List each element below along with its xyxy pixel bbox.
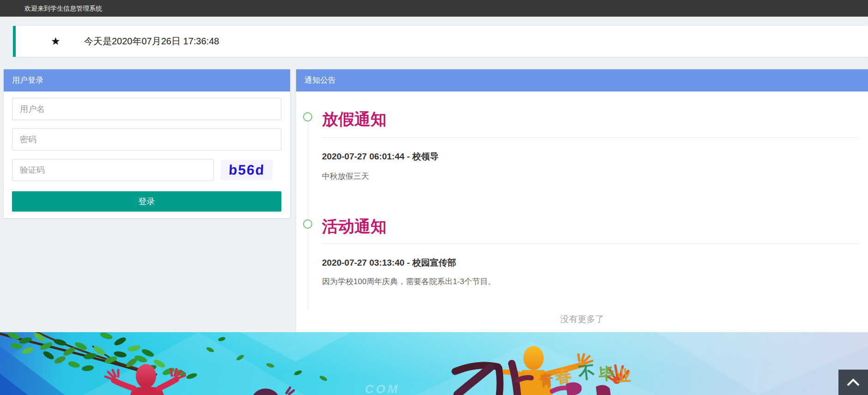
banner-art — [0, 332, 868, 395]
top-navbar: 欢迎来到学生信息管理系统 — [0, 0, 868, 17]
notice-panel: 通知公告 放假通知 2020-07-27 06:01:44 - 校领导 中秋放假… — [296, 69, 868, 332]
notice-title[interactable]: 活动通知 — [322, 216, 387, 237]
star-icon: ★ — [51, 26, 61, 57]
notice-content: 中秋放假三天 — [322, 171, 369, 182]
captcha-image[interactable]: b56d — [220, 160, 273, 180]
banner-slogan-char: 春 — [554, 364, 573, 389]
banner-slogan-char: 业 — [616, 365, 631, 387]
login-panel: 用户登录 b56d 登录 — [4, 69, 290, 218]
notice-meta: 2020-07-27 03:13:40 - 校园宣传部 — [322, 257, 456, 269]
notice-content: 因为学校100周年庆典，需要各院系出1-3个节目。 — [322, 276, 496, 287]
date-text: 今天是2020年07月26日 17:36:48 — [84, 26, 219, 57]
notice-title[interactable]: 放假通知 — [322, 109, 387, 129]
navbar-title[interactable]: 欢迎来到学生信息管理系统 — [24, 0, 102, 17]
login-panel-header: 用户登录 — [4, 69, 290, 91]
timeline-line — [308, 122, 308, 310]
banner-watermark: COM — [365, 382, 400, 395]
banner-image: 青 春 不 毕 业 COM — [0, 332, 868, 395]
timeline-dot-icon — [303, 112, 312, 122]
notice-meta: 2020-07-27 06:01:44 - 校领导 — [322, 151, 438, 163]
banner-slogan-char: 不 — [577, 360, 596, 384]
no-more-label: 没有更多了 — [296, 313, 868, 325]
timeline-dot-icon — [303, 219, 312, 229]
divider — [322, 137, 859, 138]
password-input[interactable] — [12, 128, 281, 151]
back-to-top-button[interactable] — [838, 370, 868, 395]
captcha-input[interactable] — [12, 159, 214, 181]
chevron-up-icon — [843, 376, 863, 389]
page: 欢迎来到学生信息管理系统 ★ 今天是2020年07月26日 17:36:48 用… — [0, 0, 868, 395]
banner-slogan-char: 青 — [539, 371, 554, 391]
username-input[interactable] — [12, 98, 281, 120]
notice-panel-header: 通知公告 — [296, 69, 868, 91]
banner-slogan-char: 毕 — [598, 363, 615, 385]
login-button[interactable]: 登录 — [12, 191, 281, 212]
date-bar: ★ 今天是2020年07月26日 17:36:48 — [13, 26, 868, 57]
divider — [322, 243, 859, 244]
